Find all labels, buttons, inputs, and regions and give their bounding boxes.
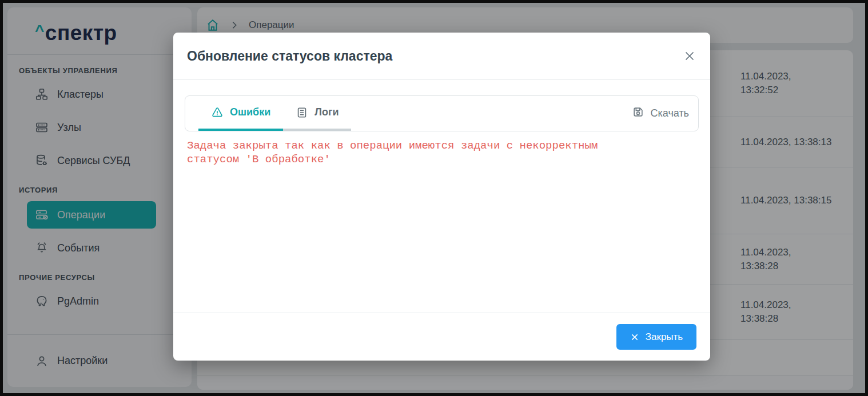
save-icon — [632, 106, 644, 121]
close-button[interactable]: Закрыть — [616, 324, 696, 350]
close-icon[interactable] — [683, 49, 696, 63]
log-document-icon — [296, 106, 308, 119]
tab-label: Ошибки — [230, 106, 270, 118]
download-button[interactable]: Скачать — [632, 96, 690, 131]
tab-label: Логи — [314, 106, 339, 118]
error-message: Задача закрыта так как в операции имеютс… — [187, 139, 639, 166]
download-label: Скачать — [651, 107, 690, 119]
dialog-footer: Закрыть — [173, 313, 710, 361]
cluster-status-dialog: Обновление статусов кластера — [173, 33, 710, 361]
tab-errors[interactable]: Ошибки — [198, 96, 283, 131]
dialog-header: Обновление статусов кластера — [173, 33, 710, 80]
app-window: ^спектр ОБЪЕКТЫ УПРАВЛЕНИЯ Кластеры — [0, 0, 868, 396]
dialog-title: Обновление статусов кластера — [187, 49, 392, 64]
close-button-label: Закрыть — [646, 331, 683, 343]
tab-logs[interactable]: Логи — [283, 96, 351, 131]
tabbar-spacer — [185, 96, 198, 131]
dialog-body: Задача закрыта так как в операции имеютс… — [173, 131, 710, 313]
close-button-x-icon — [630, 333, 639, 342]
dialog-tabbar: Ошибки Логи — [185, 95, 699, 131]
warning-icon — [211, 106, 224, 119]
